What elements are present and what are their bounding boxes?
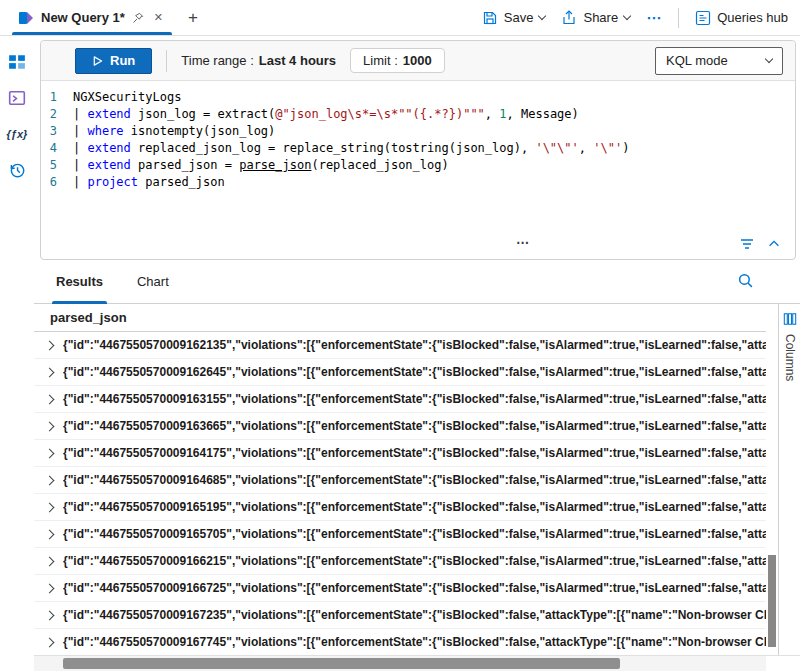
horizontal-scrollbar[interactable]: [34, 655, 766, 671]
parsed-json-cell: {"id":"4467550570009166215","violations"…: [63, 554, 766, 568]
close-icon[interactable]: ✕: [151, 9, 166, 26]
line-number: 1: [41, 89, 73, 106]
expand-row-icon[interactable]: [45, 367, 55, 377]
column-header[interactable]: parsed_json: [34, 304, 766, 332]
search-icon[interactable]: [737, 272, 754, 289]
expand-row-icon[interactable]: [45, 556, 55, 566]
left-rail: {ƒx}: [0, 36, 34, 671]
table-row[interactable]: {"id":"4467550570009163155","violations"…: [34, 386, 766, 413]
expand-row-icon[interactable]: [45, 475, 55, 485]
filter-results-icon[interactable]: [739, 236, 755, 252]
workspace: {ƒx} Run Time range : Last 4 hours: [0, 36, 800, 671]
line-number: 5: [41, 157, 73, 174]
expand-row-icon[interactable]: [45, 637, 55, 647]
vertical-scrollbar-thumb[interactable]: [768, 555, 776, 647]
vertical-scrollbar[interactable]: [766, 304, 778, 655]
expand-row-icon[interactable]: [45, 610, 55, 620]
limit-button[interactable]: Limit : 1000: [350, 48, 445, 73]
expand-row-icon[interactable]: [45, 394, 55, 404]
divider: [166, 50, 167, 72]
table-row[interactable]: {"id":"4467550570009166215","violations"…: [34, 548, 766, 575]
limit-value: 1000: [403, 53, 432, 68]
expand-row-icon[interactable]: [45, 529, 55, 539]
parsed-json-cell: {"id":"4467550570009166725","violations"…: [63, 581, 766, 595]
kql-mode-value: KQL mode: [666, 53, 728, 68]
code-line-1[interactable]: 1NGXSecurityLogs: [41, 89, 795, 106]
code-line-2[interactable]: 2| extend json_log = extract(@"json_log\…: [41, 106, 795, 123]
parsed-json-cell: {"id":"4467550570009165195","violations"…: [63, 500, 766, 514]
queries-icon[interactable]: [6, 88, 28, 108]
results-body: parsed_json {"id":"4467550570009162135",…: [34, 304, 800, 655]
tab-chart[interactable]: Chart: [133, 260, 173, 303]
query-panel: Run Time range : Last 4 hours Limit : 10…: [40, 40, 796, 260]
code-line-5[interactable]: 5| extend parsed_json = parse_json(repla…: [41, 157, 795, 174]
query-tab[interactable]: New Query 1* ✕: [8, 0, 176, 35]
table-row[interactable]: {"id":"4467550570009167235","violations"…: [34, 602, 766, 629]
code-line-4[interactable]: 4| extend replaced_json_log = replace_st…: [41, 140, 795, 157]
more-options-button[interactable]: ⋯: [646, 9, 662, 27]
resize-handle[interactable]: ⋯: [516, 235, 531, 250]
table-row[interactable]: {"id":"4467550570009164175","violations"…: [34, 440, 766, 467]
columns-side-tab[interactable]: Columns: [778, 304, 800, 655]
pin-icon[interactable]: [132, 12, 144, 24]
chevron-down-icon: [538, 12, 546, 20]
line-number: 3: [41, 123, 73, 140]
save-label: Save: [504, 10, 534, 25]
line-number: 4: [41, 140, 73, 157]
query-history-icon[interactable]: [6, 160, 28, 180]
queries-hub-button[interactable]: Queries hub: [695, 10, 788, 26]
table-row[interactable]: {"id":"4467550570009164685","violations"…: [34, 467, 766, 494]
top-bar: New Query 1* ✕ + Save Share ⋯ Queri: [0, 0, 800, 36]
results-panel: Results Chart parsed_json {"id":"4467550…: [34, 260, 800, 671]
table-row[interactable]: {"id":"4467550570009165705","violations"…: [34, 521, 766, 548]
table-row[interactable]: {"id":"4467550570009162135","violations"…: [34, 332, 766, 359]
expand-row-icon[interactable]: [45, 583, 55, 593]
tab-title: New Query 1*: [41, 10, 125, 25]
collapse-editor-icon[interactable]: [767, 237, 781, 251]
app-logo-icon: [18, 10, 34, 26]
expand-row-icon[interactable]: [45, 502, 55, 512]
save-icon: [482, 10, 498, 26]
expand-row-icon[interactable]: [45, 448, 55, 458]
expand-row-icon[interactable]: [45, 340, 55, 350]
tab-results[interactable]: Results: [52, 260, 107, 303]
code-line-6[interactable]: 6| project parsed_json: [41, 174, 795, 191]
query-editor[interactable]: 1NGXSecurityLogs2| extend json_log = ext…: [41, 81, 795, 233]
play-icon: [92, 55, 103, 67]
code-line-3[interactable]: 3| where isnotempty(json_log): [41, 123, 795, 140]
expand-row-icon[interactable]: [45, 421, 55, 431]
divider: [678, 8, 679, 28]
share-button[interactable]: Share: [561, 10, 630, 26]
table-row[interactable]: {"id":"4467550570009165195","violations"…: [34, 494, 766, 521]
save-button[interactable]: Save: [482, 10, 546, 26]
tables-icon[interactable]: [6, 52, 28, 72]
chevron-down-icon: [765, 55, 773, 63]
line-number: 2: [41, 106, 73, 123]
parsed-json-cell: {"id":"4467550570009162135","violations"…: [63, 338, 766, 352]
functions-icon[interactable]: {ƒx}: [6, 124, 28, 144]
run-button[interactable]: Run: [75, 48, 152, 74]
columns-label: Columns: [783, 334, 797, 381]
kql-mode-dropdown[interactable]: KQL mode: [655, 47, 783, 75]
parsed-json-cell: {"id":"4467550570009167745","violations"…: [63, 635, 766, 649]
limit-label: Limit :: [363, 53, 398, 68]
table-row[interactable]: {"id":"4467550570009166725","violations"…: [34, 575, 766, 602]
table-row[interactable]: {"id":"4467550570009162645","violations"…: [34, 359, 766, 386]
parsed-json-cell: {"id":"4467550570009167235","violations"…: [63, 608, 766, 622]
new-tab-button[interactable]: +: [176, 0, 210, 35]
share-label: Share: [583, 10, 618, 25]
horizontal-scrollbar-thumb[interactable]: [63, 658, 619, 669]
grid-rows: {"id":"4467550570009162135","violations"…: [34, 332, 766, 655]
chevron-down-icon: [623, 12, 631, 20]
table-row[interactable]: {"id":"4467550570009163665","violations"…: [34, 413, 766, 440]
query-toolbar: Run Time range : Last 4 hours Limit : 10…: [41, 41, 795, 81]
time-range-label: Time range :: [181, 53, 254, 68]
time-range-button[interactable]: Time range : Last 4 hours: [181, 53, 336, 68]
time-range-value: Last 4 hours: [259, 53, 336, 68]
table-row[interactable]: {"id":"4467550570009167745","violations"…: [34, 629, 766, 655]
horizontal-scrollbar-row: [34, 655, 800, 671]
editor-footer: ⋯: [41, 233, 795, 259]
results-grid: parsed_json {"id":"4467550570009162135",…: [34, 304, 766, 655]
share-icon: [561, 10, 577, 26]
parsed-json-cell: {"id":"4467550570009164685","violations"…: [63, 473, 766, 487]
